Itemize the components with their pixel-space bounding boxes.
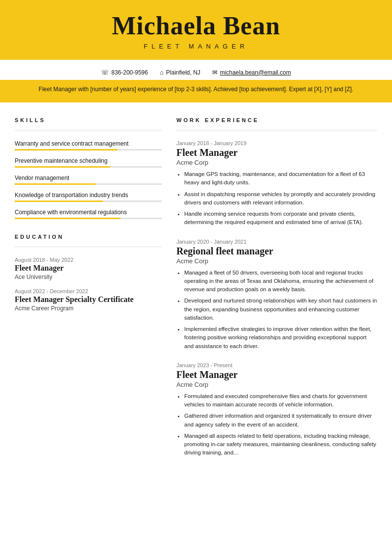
work-bullet: Managed all aspects related to field ope… <box>184 432 377 457</box>
edu-date: August 2018 - May 2022 <box>15 257 162 263</box>
skill-bar-bg <box>15 183 162 185</box>
work-entry: January 2020 - January 2021 Regional fle… <box>176 239 377 351</box>
skill-bar-fill <box>15 201 103 202</box>
skill-item: Knowledge of transportation industry tre… <box>15 192 162 202</box>
resume-page: Michaela Bean Fleet Manager ☏ 836-200-95… <box>0 0 392 553</box>
resume-body: SKILLS Warranty and service contract man… <box>0 102 392 553</box>
skill-item: Compliance with environmental regulation… <box>15 209 162 219</box>
location-icon: ⌂ <box>160 69 164 76</box>
work-bullet: Handle incoming service requests from co… <box>184 210 377 227</box>
email-icon: ✉ <box>212 69 218 76</box>
work-section-title: WORK EXPERIENCE <box>176 117 377 123</box>
email-address: michaela.bean@email.com <box>220 69 291 76</box>
work-title: Regional fleet manager <box>176 246 377 257</box>
education-section: EDUCATION August 2018 - May 2022 Fleet M… <box>15 234 162 312</box>
education-entry: August 2018 - May 2022 Fleet Manager Ace… <box>15 257 162 280</box>
skill-item: Warranty and service contract management <box>15 140 162 151</box>
skill-item: Preventive maintenance scheduling <box>15 157 162 168</box>
skill-bar-bg <box>15 201 162 202</box>
education-entry: August 2022 - December 2022 Fleet Manage… <box>15 288 162 312</box>
contact-bar: ☏ 836-200-9596 ⌂ Plainfield, NJ ✉ michae… <box>0 65 392 80</box>
skill-bar-fill <box>15 183 96 185</box>
skill-item: Vendor management <box>15 175 162 185</box>
work-date: January 2018 - January 2019 <box>176 140 377 146</box>
skill-bar-bg <box>15 149 162 151</box>
work-entry: January 2023 - Present Fleet Manager Acm… <box>176 362 377 457</box>
phone-icon: ☏ <box>101 69 109 76</box>
work-bullet: Developed and nurtured strong relationsh… <box>184 297 377 322</box>
education-section-title: EDUCATION <box>15 234 162 240</box>
work-company: Acme Corp <box>176 159 377 166</box>
skills-divider <box>15 130 162 130</box>
candidate-title: Fleet Manager <box>20 43 372 50</box>
email-contact: ✉ michaela.bean@email.com <box>212 69 291 76</box>
summary-text: Fleet Manager with [number of years] exp… <box>39 86 353 93</box>
skill-name: Knowledge of transportation industry tre… <box>15 192 162 199</box>
work-bullet: Implemented effective strategies to impr… <box>184 325 377 351</box>
location-contact: ⌂ Plainfield, NJ <box>160 69 200 76</box>
edu-school: Acme Career Program <box>15 305 162 312</box>
work-bullet: Manage GPS tracking, maintenance, and do… <box>184 170 377 187</box>
summary-section: Fleet Manager with [number of years] exp… <box>0 80 392 102</box>
skills-section: SKILLS Warranty and service contract man… <box>15 117 162 219</box>
skill-name: Vendor management <box>15 175 162 181</box>
work-divider <box>176 130 377 130</box>
skill-name: Compliance with environmental regulation… <box>15 209 162 216</box>
work-bullet: Formulated and executed comprehensive fi… <box>184 392 377 409</box>
edu-degree: Fleet Manager Specialty Certificate <box>15 295 162 304</box>
phone-contact: ☏ 836-200-9596 <box>101 69 148 76</box>
skills-section-title: SKILLS <box>15 117 162 123</box>
candidate-name: Michaela Bean <box>20 12 372 40</box>
work-company: Acme Corp <box>176 381 377 388</box>
work-experience-section: WORK EXPERIENCE January 2018 - January 2… <box>176 117 377 457</box>
education-divider <box>15 247 162 247</box>
work-bullets: Manage GPS tracking, maintenance, and do… <box>176 170 377 227</box>
work-bullets: Formulated and executed comprehensive fi… <box>176 392 377 457</box>
edu-date: August 2022 - December 2022 <box>15 288 162 294</box>
location-text: Plainfield, NJ <box>166 69 200 76</box>
work-bullets: Managed a fleet of 50 drivers, overseein… <box>176 269 377 351</box>
left-column: SKILLS Warranty and service contract man… <box>15 117 162 538</box>
edu-degree: Fleet Manager <box>15 264 162 273</box>
phone-number: 836-200-9596 <box>111 69 148 76</box>
work-date: January 2020 - January 2021 <box>176 239 377 245</box>
skill-bar-bg <box>15 166 162 168</box>
skill-bar-bg <box>15 218 162 219</box>
skill-name: Warranty and service contract management <box>15 140 162 147</box>
work-company: Acme Corp <box>176 257 377 265</box>
edu-school: Ace University <box>15 274 162 280</box>
work-bullet: Gathered driver information and organize… <box>184 412 377 429</box>
right-column: WORK EXPERIENCE January 2018 - January 2… <box>176 117 377 538</box>
work-date: January 2023 - Present <box>176 362 377 368</box>
work-bullet: Managed a fleet of 50 drivers, overseein… <box>184 269 377 294</box>
work-title: Fleet Manager <box>176 369 377 380</box>
resume-header: Michaela Bean Fleet Manager <box>0 0 392 60</box>
skill-name: Preventive maintenance scheduling <box>15 157 162 164</box>
work-title: Fleet Manager <box>176 147 377 158</box>
work-entry: January 2018 - January 2019 Fleet Manage… <box>176 140 377 227</box>
skill-bar-fill <box>15 149 118 151</box>
skill-bar-fill <box>15 166 110 168</box>
skill-bar-fill <box>15 218 121 219</box>
work-bullet: Assist in dispatching response vehicles … <box>184 190 377 207</box>
